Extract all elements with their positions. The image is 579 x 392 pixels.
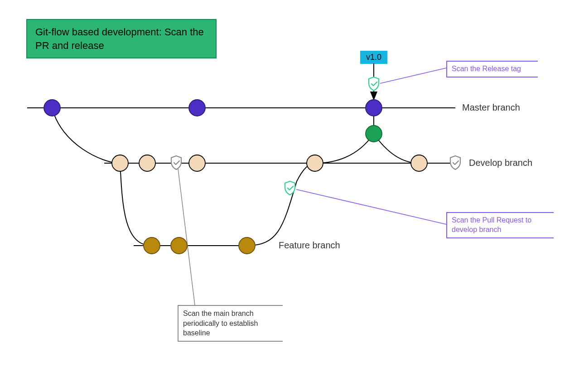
feature-commit — [144, 237, 160, 254]
curve-develop-to-release-up — [315, 134, 374, 163]
develop-commit — [139, 155, 155, 171]
master-commit — [366, 100, 382, 116]
master-commit — [44, 100, 60, 116]
curve-feature-to-develop — [247, 163, 315, 246]
shield-icon-release — [369, 77, 379, 91]
connector-release-callout — [380, 68, 446, 83]
curve-master-to-develop — [52, 108, 120, 163]
develop-commit — [307, 155, 323, 171]
develop-commit — [189, 155, 205, 171]
connector-baseline-callout — [178, 169, 195, 305]
release-merge-commit — [366, 126, 382, 142]
develop-commit — [411, 155, 427, 171]
develop-commit — [112, 155, 128, 171]
feature-commit — [239, 237, 255, 254]
diagram-canvas — [0, 0, 579, 392]
feature-commit — [171, 237, 187, 254]
connector-pr-callout — [296, 189, 446, 224]
master-commit — [189, 100, 205, 116]
shield-icon-develop-end — [450, 156, 460, 169]
shield-icon-develop-baseline — [171, 156, 181, 169]
curve-develop-to-feature — [120, 163, 152, 246]
